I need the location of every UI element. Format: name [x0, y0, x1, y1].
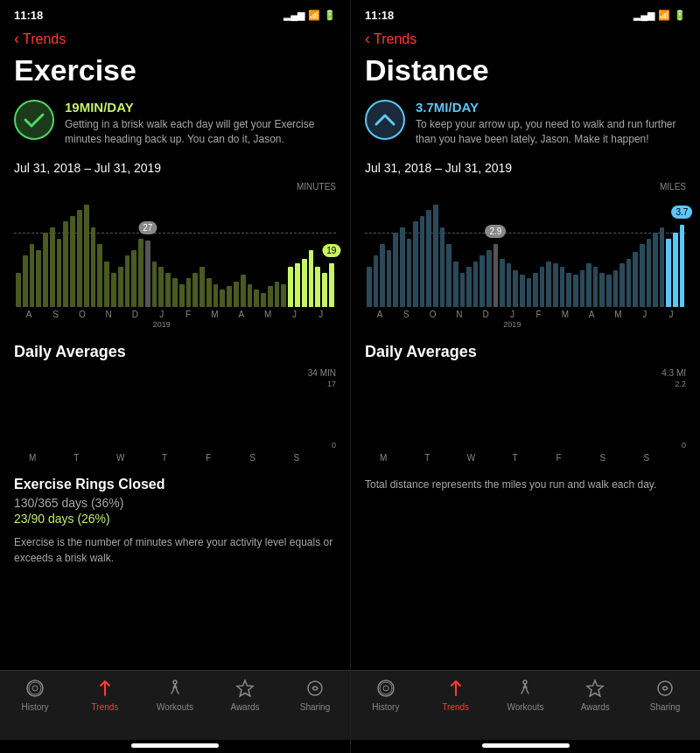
panel-distance: 11:18 ▂▄▆ 📶 🔋 ‹ Trends Distance 3.7MI/DA… [350, 0, 700, 753]
metric-icon-distance [365, 100, 405, 140]
metric-value-2: 3.7MI/DAY [416, 100, 686, 115]
scroll-content-1[interactable]: Exercise 19MIN/DAY Getting in a brisk wa… [0, 53, 350, 670]
tab-label-history-1: History [21, 702, 48, 712]
sharing-icon-1 [304, 678, 326, 699]
panel-exercise: 11:18 ▂▄▆ 📶 🔋 ‹ Trends Exercise 19MIN/DA… [0, 0, 350, 753]
stats-section-1: Exercise Rings Closed 130/365 days (36%)… [14, 477, 336, 526]
bar [91, 227, 96, 307]
daily-x-axis-2: MT WT FS S [365, 453, 665, 463]
tab-history-1[interactable]: History [0, 678, 70, 712]
tab-sharing-2[interactable]: Sharing [630, 678, 700, 712]
daily-chart-container-1: 34 MIN 17 0 [14, 368, 336, 463]
metric-text-2: 3.7MI/DAY To keep your arrow up, you nee… [416, 100, 686, 147]
page-title-2: Distance [365, 53, 686, 87]
stats-desc-1: Exercise is the number of minutes where … [14, 534, 336, 566]
bar [172, 278, 178, 307]
svg-marker-4 [237, 680, 253, 696]
tab-label-workouts-2: Workouts [507, 702, 543, 712]
stats-desc-2: Total distance represents the miles you … [365, 477, 686, 492]
bar [241, 275, 246, 306]
bar [220, 289, 225, 307]
scroll-content-2[interactable]: Distance 3.7MI/DAY To keep your arrow up… [351, 53, 700, 670]
bar [268, 286, 273, 306]
daily-y-labels-2: 2.2 0 [675, 380, 686, 450]
tab-trends-1[interactable]: Trends [70, 678, 140, 712]
daily-chart-container-2: 4.3 MI 2.2 0 [365, 368, 686, 463]
workouts-icon-2 [514, 678, 536, 699]
status-time-2: 11:18 [365, 9, 394, 22]
tab-label-sharing-1: Sharing [300, 702, 330, 712]
arrow-up-icon [373, 110, 397, 129]
tab-workouts-2[interactable]: Workouts [491, 678, 561, 712]
svg-point-0 [27, 680, 43, 696]
tab-sharing-1[interactable]: Sharing [280, 678, 350, 712]
status-bar-1: 11:18 ▂▄▆ 📶 🔋 [0, 0, 350, 26]
bar [192, 273, 198, 307]
metric-card-1: 19MIN/DAY Getting in a brisk walk each d… [14, 100, 336, 147]
metric-icon-exercise [14, 100, 54, 140]
bar [152, 261, 158, 307]
bar [70, 216, 75, 307]
back-nav-1: ‹ Trends [0, 26, 350, 53]
bar [206, 278, 212, 307]
bar-27: 27 [145, 241, 150, 306]
bar [186, 278, 192, 307]
main-chart-1: 27 [14, 193, 336, 307]
back-link-2[interactable]: ‹ Trends [365, 30, 416, 48]
bar-2.9: 2.9 [494, 244, 499, 307]
metric-value-1: 19MIN/DAY [65, 100, 336, 115]
chart-label-1: MINUTES [14, 182, 336, 192]
svg-point-1 [29, 682, 41, 694]
back-link-1[interactable]: ‹ Trends [14, 30, 66, 48]
back-chevron-icon-2: ‹ [365, 30, 370, 48]
bar [248, 284, 253, 307]
tab-awards-2[interactable]: Awards [560, 678, 630, 712]
back-label-1: Trends [23, 31, 66, 47]
bar [179, 284, 185, 307]
bar-19: 19 [329, 263, 334, 306]
bar [57, 239, 62, 307]
daily-avg-chart-1: 17 0 [14, 380, 336, 450]
svg-point-7 [380, 682, 392, 694]
battery-icon-2: 🔋 [674, 10, 686, 21]
bar [138, 239, 144, 307]
tab-label-awards-1: Awards [230, 702, 259, 712]
tab-workouts-1[interactable]: Workouts [140, 678, 210, 712]
svg-point-11 [658, 681, 672, 695]
bar [214, 284, 219, 307]
bar [309, 250, 314, 307]
bar [104, 261, 109, 307]
home-indicator-2 [482, 743, 570, 748]
tab-history-2[interactable]: History [351, 678, 421, 712]
bar [227, 286, 232, 306]
bar [125, 255, 130, 307]
bar [97, 244, 102, 307]
bubble-2.9: 2.9 [485, 225, 506, 238]
bar [118, 267, 123, 307]
bar [111, 273, 116, 307]
tab-awards-1[interactable]: Awards [210, 678, 280, 712]
history-icon-1 [24, 678, 46, 699]
x-axis-months-2: AS ON DJ FM AM JJ [365, 307, 686, 319]
workouts-icon-1 [164, 678, 186, 699]
bar [63, 221, 68, 307]
metric-card-2: 3.7MI/DAY To keep your arrow up, you nee… [365, 100, 686, 147]
daily-avg-title-2: Daily Averages [365, 343, 686, 361]
tab-bar-2: History Trends Workouts Awards [351, 670, 700, 740]
svg-point-2 [32, 686, 38, 691]
bar [234, 282, 239, 307]
x-axis-year-1: 2019 [14, 319, 336, 329]
bar [288, 267, 293, 307]
trends-icon-1 [94, 678, 116, 699]
bar [200, 267, 205, 307]
svg-point-5 [308, 681, 322, 695]
tab-trends-2[interactable]: Trends [421, 678, 491, 712]
wifi-icon-2: 📶 [658, 10, 670, 21]
x-axis-year-2: 2019 [365, 319, 686, 329]
tab-label-history-2: History [372, 702, 399, 712]
status-time-1: 11:18 [14, 9, 43, 22]
bar [84, 205, 89, 307]
svg-point-6 [378, 680, 394, 696]
date-range-2: Jul 31, 2018 – Jul 31, 2019 [365, 161, 686, 175]
bar [43, 233, 48, 307]
